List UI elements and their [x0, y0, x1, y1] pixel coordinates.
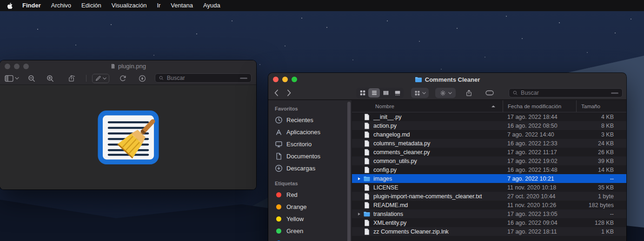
name-cell: README.md	[352, 202, 503, 209]
minimize-button[interactable]	[282, 77, 288, 82]
file-icon	[363, 140, 371, 147]
forward-button[interactable]	[287, 89, 292, 97]
action-menu-button[interactable]	[435, 88, 456, 98]
sidebar-toggle-icon[interactable]	[5, 75, 19, 82]
preview-traffic-lights	[5, 64, 29, 69]
file-row-common-utils-py[interactable]: common_utils.py17 ago. 2022 19:0239 KB	[352, 156, 626, 165]
close-button[interactable]	[5, 64, 10, 69]
file-row-init-py[interactable]: __init__.py17 ago. 2022 18:444 KB	[352, 112, 626, 121]
disclosure-triangle-icon[interactable]	[358, 177, 360, 180]
file-row-plugin-import-name-comments-cleaner-txt[interactable]: plugin-import-name-comments_cleaner.txt2…	[352, 192, 626, 201]
file-icon	[363, 193, 371, 200]
name-cell: zz Comments Cleaner.zip.lnk	[352, 228, 503, 235]
zoom-out-icon[interactable]	[28, 75, 35, 82]
minimize-button[interactable]	[14, 64, 20, 69]
menu-item-archivo[interactable]: Archivo	[46, 0, 76, 11]
sidebar-tag-red[interactable]: Red	[268, 189, 352, 201]
file-row-columns-metadata-py[interactable]: columns_metadata.py16 ago. 2022 12:3324 …	[352, 139, 626, 148]
chevron-down-icon	[15, 77, 19, 80]
file-date: 11 nov. 2020 10:26	[503, 202, 576, 208]
search-input[interactable]	[166, 74, 238, 82]
file-name: README.md	[373, 202, 408, 208]
search-input[interactable]	[520, 89, 609, 97]
name-cell: config.py	[352, 166, 503, 174]
sidebar-tag-orange[interactable]: Orange	[268, 201, 352, 213]
zoom-button[interactable]	[292, 77, 297, 82]
file-date: 17 ago. 2022 18:11	[503, 228, 576, 235]
sidebar-tag-yellow[interactable]: Yellow	[268, 213, 352, 225]
sidebar-item-escritorio[interactable]: Escritorio	[268, 138, 352, 150]
file-row-changelog-md[interactable]: changelog.md7 ago. 2022 14:403 KB	[352, 130, 626, 139]
file-icon	[363, 166, 371, 174]
file-row-xmlentity-py[interactable]: XMLentity.py16 ago. 2022 09:04128 KB	[352, 218, 626, 227]
name-cell: images	[352, 175, 503, 182]
sidebar-item-descargas[interactable]: Descargas	[268, 162, 352, 174]
file-date: 11 nov. 2020 10:18	[503, 184, 576, 191]
gallery-view-button[interactable]	[392, 88, 403, 98]
file-row-comments-cleaner-py[interactable]: comments_cleaner.py17 ago. 2022 11:1726 …	[352, 148, 626, 156]
file-icon	[363, 122, 371, 130]
menu-item-edici-n[interactable]: Edición	[76, 0, 106, 11]
menu-item-ayuda[interactable]: Ayuda	[198, 0, 226, 11]
search-resize-handle[interactable]	[611, 92, 618, 94]
file-date: 17 ago. 2022 18:44	[503, 114, 576, 120]
menu-item-finder[interactable]: Finder	[17, 0, 46, 11]
group-by-button[interactable]	[411, 88, 429, 98]
sidebar-item-documentos[interactable]: Documentos	[268, 150, 352, 162]
sidebar-scrollbar[interactable]	[347, 102, 351, 241]
file-row-translations[interactable]: translations17 ago. 2022 13:05--	[352, 209, 626, 218]
sidebar-item-aplicaciones[interactable]: Aplicaciones	[268, 126, 352, 138]
apple-menu-icon[interactable]	[7, 2, 13, 9]
sidebar-item-recientes[interactable]: Recientes	[268, 114, 352, 126]
preview-search-field[interactable]	[155, 73, 252, 83]
gear-icon	[439, 90, 446, 97]
file-row-zz-comments-cleaner-zip-lnk[interactable]: zz Comments Cleaner.zip.lnk17 ago. 2022 …	[352, 227, 626, 236]
tag-icon	[485, 90, 494, 96]
menu-item-ventana[interactable]: Ventana	[166, 0, 198, 11]
file-date: 16 ago. 2022 15:48	[503, 167, 576, 173]
file-name: LICENSE	[373, 184, 398, 191]
sidebar-tag-blue[interactable]: Blue	[268, 237, 352, 241]
tag-label: Red	[286, 191, 298, 198]
file-row-images[interactable]: images7 ago. 2022 10:21--	[352, 174, 626, 183]
file-list-pane: Nombre Fecha de modificación Tamaño __in…	[352, 100, 626, 241]
menu-item-ir[interactable]: Ir	[152, 0, 166, 11]
finder-search-field[interactable]	[509, 88, 623, 98]
file-row-config-py[interactable]: config.py16 ago. 2022 15:4814 KB	[352, 165, 626, 174]
sidebar-tag-green[interactable]: Green	[268, 225, 352, 237]
column-header-size[interactable]: Tamaño	[576, 100, 626, 112]
file-name: zz Comments Cleaner.zip.lnk	[373, 228, 449, 235]
tags-button[interactable]	[483, 88, 496, 98]
group-icon	[414, 90, 420, 96]
plugin-image	[97, 110, 159, 165]
tag-color-dot	[276, 192, 281, 197]
finder-titlebar[interactable]: Comments Cleaner	[268, 73, 626, 86]
rotate-left-icon[interactable]	[119, 75, 126, 82]
markup-pen-icon[interactable]	[92, 74, 109, 83]
preview-titlebar[interactable]: plugin.png	[0, 60, 256, 72]
zoom-in-icon[interactable]	[46, 75, 54, 82]
file-size: 8 KB	[576, 123, 626, 129]
column-view-button[interactable]	[380, 88, 392, 98]
list-view-button[interactable]	[368, 88, 380, 98]
back-button[interactable]	[274, 89, 279, 97]
icon-view-button[interactable]	[357, 88, 368, 98]
share-button[interactable]	[463, 88, 475, 98]
column-header-date[interactable]: Fecha de modificación	[503, 100, 576, 112]
nav-buttons	[274, 88, 292, 98]
close-button[interactable]	[273, 77, 279, 82]
file-row-license[interactable]: LICENSE11 nov. 2020 10:1835 KB	[352, 183, 626, 192]
file-size: 24 KB	[576, 140, 626, 147]
zoom-button[interactable]	[23, 64, 29, 69]
sidebar-item-label: Recientes	[286, 117, 313, 124]
file-row-action-py[interactable]: action.py16 ago. 2022 08:508 KB	[352, 121, 626, 130]
name-cell: action.py	[352, 122, 503, 130]
file-row-readme-md[interactable]: README.md11 nov. 2020 10:26182 bytes	[352, 201, 626, 209]
markup-toolbar-icon[interactable]	[139, 75, 146, 82]
column-header-name[interactable]: Nombre	[352, 100, 503, 112]
menu-item-visualizaci-n[interactable]: Visualización	[106, 0, 152, 11]
share-icon[interactable]	[68, 74, 75, 82]
disclosure-triangle-icon[interactable]	[358, 213, 360, 215]
search-resize-handle[interactable]	[240, 78, 247, 79]
applications-icon	[275, 128, 283, 136]
